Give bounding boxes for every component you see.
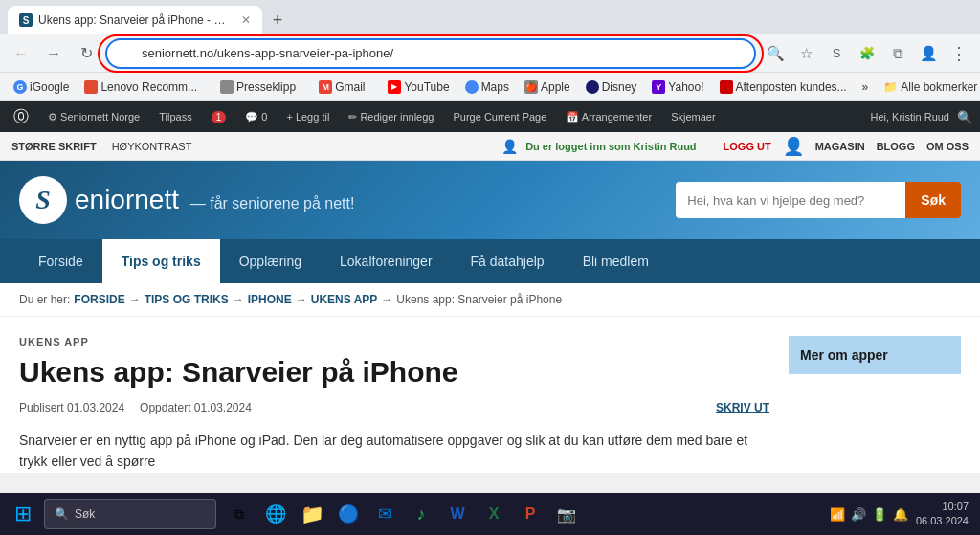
magazine-link[interactable]: MAGASIN: [815, 141, 865, 152]
bookmark-star-button[interactable]: ☆: [792, 40, 819, 67]
split-view-button[interactable]: ⧉: [884, 40, 911, 67]
article-area: UKENS APP Ukens app: Snarveier på iPhone…: [19, 336, 769, 473]
new-tab-button[interactable]: +: [264, 7, 291, 33]
breadcrumb-current: Ukens app: Snarveier på iPhone: [396, 293, 562, 306]
print-button[interactable]: SKRIV UT: [716, 401, 769, 414]
wp-logo[interactable]: ⓪: [8, 103, 34, 131]
word-icon[interactable]: W: [440, 497, 475, 531]
start-button[interactable]: ⊞: [4, 495, 42, 533]
site-name: eniornett — får seniorene på nett!: [75, 185, 354, 214]
site-search-input[interactable]: [676, 182, 905, 218]
bookmark-label: iGoogle: [30, 80, 69, 94]
bookmark-lenovo[interactable]: Lenovo Recomm...: [78, 78, 203, 97]
wp-edit[interactable]: ✏ Rediger innlegg: [343, 107, 439, 127]
browser-chrome: S Ukens app: Snarveier på iPhone - Senio…: [0, 0, 980, 101]
bookmark-label: Presseklipp: [236, 80, 296, 94]
search-icon: 🔍: [55, 507, 69, 521]
powerpoint-icon[interactable]: P: [513, 497, 547, 531]
excel-icon[interactable]: X: [477, 497, 511, 531]
breadcrumb-forside[interactable]: FORSIDE: [74, 293, 124, 306]
tab-favicon: S: [19, 13, 33, 27]
breadcrumb-tips[interactable]: TIPS OG TRIKS: [145, 293, 229, 306]
reload-button[interactable]: ↻: [73, 40, 100, 67]
wp-purge[interactable]: Purge Current Page: [447, 107, 552, 126]
wp-badge-bubbles[interactable]: 💬 0: [239, 107, 273, 127]
bookmark-youtube[interactable]: ▶ YouTube: [382, 78, 455, 97]
taskbar: ⊞ 🔍 Søk ⧉ 🌐 📁 🔵 ✉ ♪ W X P 📷 📶 🔊 🔋 🔔 10:0…: [0, 493, 980, 535]
profile-button[interactable]: 👤: [915, 40, 942, 67]
user-avatar-icon[interactable]: 👤: [783, 136, 804, 157]
nav-item-lokalforeninger[interactable]: Lokalforeninger: [321, 239, 452, 283]
taskbar-icons-group: ⧉ 🌐 📁 🔵 ✉ ♪ W X P 📷: [222, 497, 584, 531]
task-view-icon[interactable]: ⧉: [222, 497, 256, 531]
search-icon[interactable]: 🔍: [957, 110, 972, 124]
nav-item-bli-medlem[interactable]: Bli medlem: [564, 239, 668, 283]
bigger-text-button[interactable]: STØRRE SKRIFT: [11, 141, 97, 152]
logout-link[interactable]: LOGG UT: [724, 141, 771, 152]
battery-icon[interactable]: 🔋: [872, 507, 887, 522]
blog-link[interactable]: BLOGG: [877, 141, 915, 152]
active-tab[interactable]: S Ukens app: Snarveier på iPhone - Senio…: [8, 6, 262, 34]
high-contrast-button[interactable]: HØYKONTRAST: [112, 141, 192, 152]
accessibility-bar: STØRRE SKRIFT HØYKONTRAST 👤 Du er logget…: [0, 132, 980, 161]
wp-site-name[interactable]: ⚙ Seniornett Norge: [42, 107, 145, 127]
site-header: S eniornett — får seniorene på nett! Søk: [0, 161, 980, 239]
bookmark-disney[interactable]: Disney: [580, 78, 643, 97]
arrow-icon: →: [296, 293, 307, 306]
nav-item-opplaering[interactable]: Opplæring: [220, 239, 321, 283]
taskbar-right-area: 📶 🔊 🔋 🔔 10:07 06.03.2024: [830, 500, 976, 529]
wifi-icon[interactable]: 📶: [830, 507, 845, 522]
wp-add[interactable]: + Legg til: [280, 107, 335, 126]
bookmark-label: »: [862, 80, 869, 94]
wp-events[interactable]: 📅 Arrangementer: [560, 107, 657, 127]
site-logo[interactable]: S eniornett — får seniorene på nett!: [19, 176, 354, 224]
address-input[interactable]: [105, 38, 756, 69]
forward-button[interactable]: →: [40, 40, 67, 67]
nav-item-forside[interactable]: Forside: [19, 239, 102, 283]
bookmark-gmail[interactable]: M Gmail: [313, 78, 370, 97]
about-link[interactable]: OM OSS: [926, 141, 969, 152]
bookmark-all[interactable]: 📁 Alle bokmerker: [878, 78, 980, 97]
logged-in-notice: 👤 Du er logget inn som Kristin Ruud: [501, 139, 696, 154]
wp-forms[interactable]: Skjemaer: [665, 107, 721, 126]
nav-item-datahjelp[interactable]: Få datahjelp: [452, 239, 564, 283]
camera-icon[interactable]: 📷: [549, 497, 584, 531]
arrow-icon: →: [233, 293, 244, 306]
sidebar-box-header: Mer om apper: [789, 336, 961, 374]
mail-icon[interactable]: ✉: [368, 497, 402, 531]
bookmark-icon: [720, 80, 733, 94]
nav-item-tips[interactable]: Tips og triks: [102, 239, 220, 283]
article-paragraph-1: Snarveier er en nyttig app på iPhone og …: [19, 430, 769, 473]
search-icon-btn[interactable]: 🔍: [762, 40, 789, 67]
bookmark-maps[interactable]: Maps: [459, 78, 515, 97]
bookmark-more[interactable]: »: [857, 78, 875, 97]
notification-icon[interactable]: 🔔: [893, 507, 908, 522]
volume-icon[interactable]: 🔊: [851, 507, 866, 522]
tab-close-icon[interactable]: ✕: [241, 13, 251, 27]
bookmark-igoogle[interactable]: G iGoogle: [8, 78, 75, 97]
back-button[interactable]: ←: [8, 40, 34, 67]
extensions-button[interactable]: 🧩: [854, 40, 880, 67]
bookmark-apple[interactable]: 🍎 Apple: [519, 78, 576, 97]
wp-badge-comments[interactable]: 1: [206, 107, 233, 127]
menu-button[interactable]: ⋮: [946, 40, 972, 67]
edge-icon[interactable]: 🌐: [258, 497, 293, 531]
breadcrumb-iphone[interactable]: IPHONE: [248, 293, 292, 306]
breadcrumb-ukens-app[interactable]: UKENS APP: [311, 293, 378, 306]
bookmark-aftenposten[interactable]: Aftenposten kundes...: [714, 78, 853, 97]
bookmark-yahoo[interactable]: Y Yahoo!: [646, 78, 709, 97]
bookmark-label: Disney: [602, 80, 637, 94]
wp-customize[interactable]: Tilpass: [153, 107, 197, 126]
main-content: UKENS APP Ukens app: Snarveier på iPhone…: [0, 317, 980, 473]
skype-icon-btn[interactable]: S: [823, 40, 850, 67]
bookmark-icon: [220, 80, 234, 94]
site-search-button[interactable]: Søk: [905, 182, 961, 218]
taskbar-search-box[interactable]: 🔍 Søk: [44, 499, 216, 529]
spotify-icon[interactable]: ♪: [404, 497, 438, 531]
explorer-icon[interactable]: 📁: [295, 497, 329, 531]
chrome-icon[interactable]: 🔵: [331, 497, 366, 531]
bookmark-label: Gmail: [335, 80, 365, 94]
bookmark-icon: G: [13, 80, 27, 94]
bookmark-presseklipp[interactable]: Presseklipp: [214, 78, 301, 97]
site-tagline: — får seniorene på nett!: [190, 195, 355, 212]
